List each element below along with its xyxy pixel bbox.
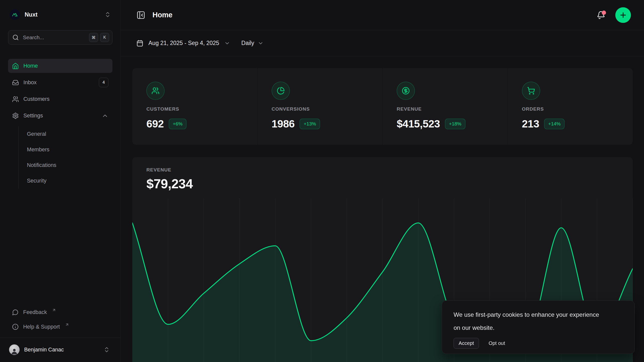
- nuxt-logo-icon: [10, 9, 20, 20]
- search-icon: [12, 34, 19, 41]
- plus-icon: [619, 11, 627, 19]
- stat-delta-badge: +14%: [544, 119, 565, 129]
- accept-button[interactable]: Accept: [454, 338, 479, 349]
- granularity-select[interactable]: Daily: [241, 40, 264, 47]
- sidebar-item-security[interactable]: Security: [19, 173, 112, 189]
- sidebar-spacer: [8, 189, 112, 305]
- sidebar-item-inbox[interactable]: Inbox 4: [8, 75, 112, 89]
- notifications-button[interactable]: [597, 11, 605, 19]
- sidebar-nav: Home Inbox 4 Customers: [8, 59, 112, 189]
- opt-out-button[interactable]: Opt out: [489, 340, 505, 346]
- kbd-cmd: ⌘: [89, 33, 98, 42]
- workspace-name: Nuxt: [25, 11, 100, 18]
- chevrons-up-down-icon: [103, 346, 110, 353]
- header-actions: [597, 7, 631, 23]
- stat-value: 1986: [272, 118, 295, 130]
- search-input[interactable]: Search... ⌘ K: [8, 30, 112, 45]
- date-range-value: Aug 21, 2025 - Sep 4, 2025: [148, 40, 219, 47]
- arrow-up-right-icon: [52, 308, 56, 312]
- sidebar-collapse-icon[interactable]: [136, 11, 145, 20]
- main-header: Home: [121, 0, 644, 30]
- workspace-selector[interactable]: Nuxt: [8, 9, 112, 21]
- feedback-link[interactable]: Feedback: [8, 305, 112, 320]
- add-button[interactable]: [615, 7, 631, 23]
- help-support-link[interactable]: Help & Support: [8, 320, 112, 334]
- revenue-chart-label: REVENUE: [146, 167, 619, 173]
- info-circle-icon: [12, 324, 19, 330]
- home-icon: [12, 63, 19, 69]
- user-avatar: [9, 344, 20, 355]
- shopping-cart-icon: [522, 82, 540, 100]
- users-icon: [12, 96, 19, 103]
- stat-label: CONVERSIONS: [272, 106, 373, 112]
- stat-label: ORDERS: [522, 106, 623, 112]
- stat-card-orders[interactable]: ORDERS 213 +14%: [508, 68, 633, 145]
- help-support-label: Help & Support: [23, 324, 60, 330]
- calendar-icon: [136, 40, 143, 47]
- date-range-picker[interactable]: Aug 21, 2025 - Sep 4, 2025: [136, 40, 230, 47]
- stat-delta-badge: +18%: [445, 119, 465, 129]
- stat-delta-badge: +13%: [300, 119, 320, 129]
- feedback-label: Feedback: [23, 309, 47, 315]
- sidebar-item-home[interactable]: Home: [8, 59, 112, 73]
- inbox-count-badge: 4: [99, 78, 108, 87]
- cookie-banner: We use first-party cookies to enhance yo…: [442, 300, 635, 354]
- kbd-k: K: [100, 33, 109, 42]
- stat-label: REVENUE: [397, 106, 498, 112]
- stat-card-customers[interactable]: CUSTOMERS 692 +6%: [132, 68, 257, 145]
- message-circle-icon: [12, 309, 19, 315]
- chevron-down-icon: [224, 40, 230, 46]
- user-menu[interactable]: Benjamin Canac: [8, 341, 112, 358]
- pie-chart-icon: [272, 82, 290, 100]
- stat-value: 692: [146, 118, 164, 130]
- stat-card-revenue[interactable]: REVENUE $415,523 +18%: [383, 68, 508, 145]
- search-placeholder: Search...: [23, 34, 85, 40]
- sidebar: Nuxt Search... ⌘ K Home: [0, 0, 121, 362]
- sidebar-item-customers[interactable]: Customers: [8, 92, 112, 106]
- users-icon: [146, 82, 165, 100]
- inbox-icon: [12, 79, 19, 86]
- stat-value: 213: [522, 118, 539, 130]
- stat-card-conversions[interactable]: CONVERSIONS 1986 +13%: [258, 68, 383, 145]
- stat-value: $415,523: [397, 118, 440, 130]
- chevron-down-icon: [258, 40, 264, 46]
- sidebar-item-general[interactable]: General: [19, 126, 112, 142]
- page-title: Home: [152, 11, 172, 19]
- revenue-chart-total: $79,234: [146, 176, 619, 191]
- sidebar-item-settings[interactable]: Settings: [8, 109, 112, 123]
- cookie-message: We use first-party cookies to enhance yo…: [454, 308, 605, 334]
- revenue-chart-header: REVENUE $79,234: [132, 157, 633, 191]
- chevrons-up-down-icon: [104, 11, 111, 18]
- settings-subnav: General Members Notifications Security: [18, 126, 112, 189]
- granularity-value: Daily: [241, 40, 254, 47]
- cookie-actions: Accept Opt out: [454, 338, 623, 349]
- user-name: Benjamin Canac: [24, 347, 99, 353]
- gear-icon: [12, 112, 19, 119]
- stats-row: CUSTOMERS 692 +6% CONVERSIONS 1986: [132, 68, 633, 145]
- dollar-circle-icon: [397, 82, 415, 100]
- filters-toolbar: Aug 21, 2025 - Sep 4, 2025 Daily: [121, 30, 644, 56]
- notification-dot: [602, 11, 606, 15]
- sidebar-item-notifications[interactable]: Notifications: [19, 157, 112, 173]
- sidebar-divider: [0, 338, 120, 338]
- stat-label: CUSTOMERS: [146, 106, 247, 112]
- sidebar-item-members[interactable]: Members: [19, 142, 112, 157]
- arrow-up-right-icon: [65, 323, 69, 327]
- stat-delta-badge: +6%: [169, 119, 187, 129]
- search-shortcut: ⌘ K: [89, 33, 109, 42]
- chevron-up-icon: [102, 112, 108, 119]
